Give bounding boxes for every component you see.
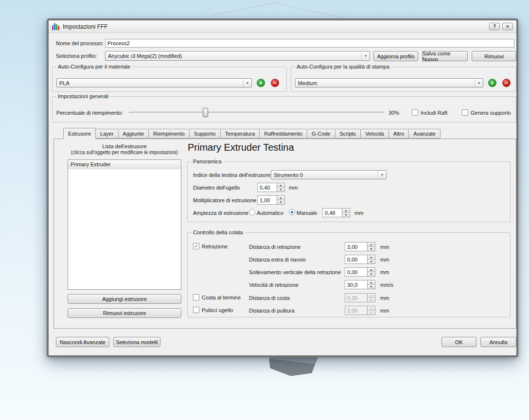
hide-advanced-button[interactable]: Nascondi Avanzate <box>56 337 109 347</box>
generate-support-checkbox[interactable] <box>462 109 468 116</box>
infill-slider-track[interactable] <box>129 112 385 114</box>
retraction-speed-value[interactable]: 30,0 <box>345 280 367 289</box>
ooze-control-group: Controllo della colata ✓ Retrazione Dist… <box>187 232 511 317</box>
toolhead-index-value: Strumento 0 <box>271 172 378 178</box>
titlebar[interactable]: Impostazioni FFF ? ✕ <box>49 20 516 33</box>
wipe-distance-value[interactable]: 2,00 <box>345 306 367 315</box>
remove-quality-button[interactable]: − <box>502 79 511 87</box>
add-extruder-button[interactable]: Aggiungi estrusore <box>68 294 181 304</box>
vertical-lift-spinner[interactable]: 0,00 ▲▼ <box>345 267 375 277</box>
nozzle-diameter-spinner[interactable]: 0,40 ▲▼ <box>257 183 285 192</box>
extra-restart-value[interactable]: 0,00 <box>345 255 367 264</box>
include-raft-label[interactable]: Includi Raft <box>421 108 447 117</box>
profile-select[interactable]: Anycubic i3 Mega(2) (modified) ▼ <box>105 51 370 61</box>
vertical-lift-unit: mm <box>380 268 389 277</box>
retraction-checkbox[interactable]: ✓ <box>193 243 199 249</box>
retraction-speed-spinner[interactable]: 30,0 ▲▼ <box>345 280 375 289</box>
extrusion-multiplier-value[interactable]: 1,00 <box>257 195 277 205</box>
spin-up-icon[interactable]: ▲ <box>368 306 375 310</box>
spin-up-icon[interactable]: ▲ <box>342 209 350 212</box>
toolhead-index-label: Indice della testina dell'estrusore <box>193 171 270 179</box>
remove-material-button[interactable]: − <box>271 79 279 87</box>
chevron-down-icon: ▼ <box>378 171 386 179</box>
update-profile-button[interactable]: Aggiorna profilo <box>373 51 418 61</box>
tab-estrusore[interactable]: Estrusore <box>63 128 96 139</box>
spin-down-icon[interactable]: ▼ <box>368 284 375 289</box>
tab-scripts[interactable]: Scripts <box>335 129 361 139</box>
tab-supporto[interactable]: Supporto <box>190 129 221 139</box>
spin-up-icon[interactable]: ▲ <box>368 255 375 259</box>
remove-profile-button[interactable]: Rimuovi <box>472 51 516 61</box>
coast-label[interactable]: Costa al termine <box>202 293 241 302</box>
process-name-label: Nome del processo: <box>56 39 104 48</box>
spin-up-icon[interactable]: ▲ <box>368 280 375 284</box>
save-as-new-button[interactable]: Salva come Nuovo <box>422 51 468 61</box>
spin-down-icon[interactable]: ▼ <box>342 212 350 217</box>
spin-up-icon[interactable]: ▲ <box>368 294 375 298</box>
width-auto-label[interactable]: Automatico <box>257 209 283 217</box>
spin-down-icon[interactable]: ▼ <box>368 310 375 315</box>
spin-down-icon[interactable]: ▼ <box>368 298 375 302</box>
tab-aggiunte[interactable]: Aggiunte <box>119 129 149 139</box>
spin-up-icon[interactable]: ▲ <box>277 196 284 200</box>
remove-extruder-button[interactable]: Rimuovi estrusore <box>68 308 181 318</box>
width-auto-radio[interactable] <box>249 209 255 215</box>
coast-checkbox[interactable] <box>193 294 199 300</box>
process-name-input[interactable] <box>105 39 514 48</box>
spin-down-icon[interactable]: ▼ <box>368 259 375 263</box>
material-value: PLA <box>57 80 243 86</box>
extrusion-width-spinner[interactable]: 0,48 ▲▼ <box>322 208 350 217</box>
retraction-distance-label: Distanza di retrazione <box>249 243 300 251</box>
extra-restart-unit: mm <box>380 255 389 264</box>
spin-up-icon[interactable]: ▲ <box>368 268 375 272</box>
tab-raffreddamento[interactable]: Raffreddamento <box>260 129 307 139</box>
add-quality-button[interactable]: + <box>488 79 496 87</box>
tab-avanzate[interactable]: Avanzate <box>409 129 441 139</box>
close-icon[interactable]: ✕ <box>502 23 513 30</box>
tab-velocita[interactable]: Velocità <box>361 129 389 139</box>
generate-support-label[interactable]: Genera supporto <box>471 108 511 117</box>
extruder-heading: Primary Extruder Testina <box>188 142 294 153</box>
retraction-distance-spinner[interactable]: 3,00 ▲▼ <box>345 242 375 251</box>
wipe-distance-spinner[interactable]: 2,00 ▲▼ <box>345 306 375 315</box>
profile-value: Anycubic i3 Mega(2) (modified) <box>106 53 361 59</box>
spin-down-icon[interactable]: ▼ <box>277 200 284 204</box>
material-select[interactable]: PLA ▼ <box>56 78 252 88</box>
retraction-speed-label: Velocità di retrazione <box>249 280 299 289</box>
vertical-lift-value[interactable]: 0,00 <box>345 267 367 277</box>
width-manual-radio[interactable] <box>289 209 295 215</box>
extra-restart-spinner[interactable]: 0,00 ▲▼ <box>345 255 375 264</box>
wipe-checkbox[interactable] <box>193 307 199 313</box>
select-models-button[interactable]: Seleziona modelli <box>113 337 160 347</box>
extrusion-multiplier-spinner[interactable]: 1,00 ▲▼ <box>257 195 285 205</box>
spin-down-icon[interactable]: ▼ <box>277 187 284 192</box>
include-raft-checkbox[interactable] <box>412 109 418 116</box>
quality-select[interactable]: Medium ▼ <box>295 78 483 88</box>
toolhead-index-select[interactable]: Strumento 0 ▼ <box>271 170 387 179</box>
retraction-label[interactable]: Retrazione <box>202 242 228 251</box>
retraction-distance-value[interactable]: 3,00 <box>345 242 367 251</box>
spin-up-icon[interactable]: ▲ <box>277 183 284 187</box>
spin-down-icon[interactable]: ▼ <box>368 246 375 251</box>
extrusion-width-value[interactable]: 0,48 <box>322 208 342 217</box>
spin-down-icon[interactable]: ▼ <box>368 272 375 276</box>
cancel-button[interactable]: Annulla <box>480 337 516 347</box>
infill-slider-handle[interactable] <box>203 108 208 117</box>
ok-button[interactable]: OK <box>441 337 476 347</box>
coast-distance-spinner[interactable]: 0,20 ▲▼ <box>345 293 375 302</box>
tab-gcode[interactable]: G-Code <box>307 129 335 139</box>
coast-distance-value[interactable]: 0,20 <box>345 293 367 302</box>
help-icon[interactable]: ? <box>489 23 500 30</box>
width-manual-label[interactable]: Manuale <box>297 209 317 217</box>
tab-riempimento[interactable]: Riempimento <box>149 129 190 139</box>
spin-up-icon[interactable]: ▲ <box>368 243 375 246</box>
tab-temperatura[interactable]: Temperatura <box>221 129 260 139</box>
list-item[interactable]: Primary Extruder <box>68 160 181 169</box>
wipe-label[interactable]: Pulisci ugello <box>202 306 233 315</box>
extruder-list[interactable]: Primary Extruder <box>68 159 181 290</box>
tab-altro[interactable]: Altro <box>389 129 409 139</box>
nozzle-diameter-value[interactable]: 0,40 <box>257 183 277 192</box>
wipe-distance-unit: mm <box>380 306 389 315</box>
add-material-button[interactable]: + <box>257 79 265 87</box>
tab-layer[interactable]: Layer <box>96 129 119 139</box>
